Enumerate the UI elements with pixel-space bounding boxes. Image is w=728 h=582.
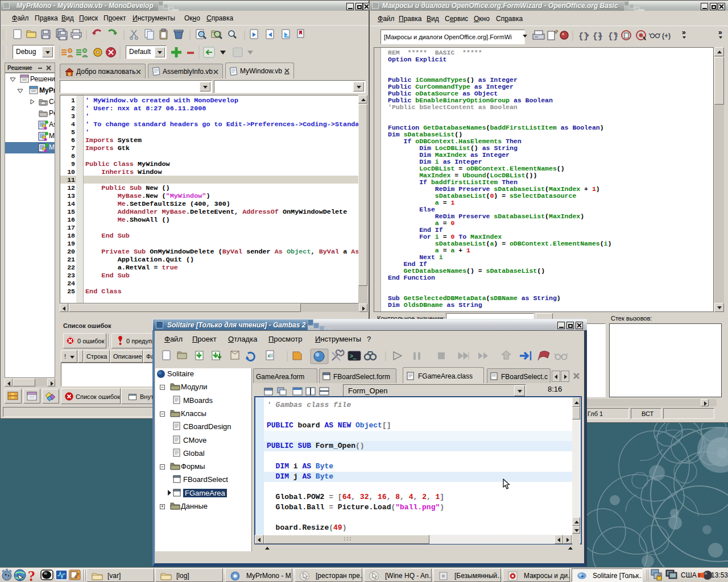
svg-text:?: ? — [28, 568, 35, 582]
svg-text:(+): (+) — [662, 32, 671, 40]
svg-text:>_: >_ — [350, 353, 357, 359]
